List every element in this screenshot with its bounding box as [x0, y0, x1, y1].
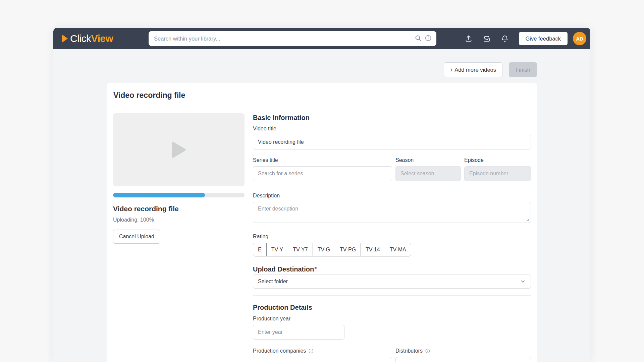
video-title-input[interactable]: [253, 135, 531, 149]
upload-progress-bar: [113, 193, 245, 197]
description-textarea[interactable]: [253, 202, 531, 223]
search-input[interactable]: [154, 36, 415, 42]
library-search: [149, 31, 436, 46]
companies-distributors-row: Production companies Distributors: [253, 348, 531, 362]
distributors-field-group: Distributors: [395, 348, 531, 362]
upload-preview-panel: Video recording file Uploading: 100% Can…: [113, 113, 245, 362]
rating-option-tv-y7[interactable]: TV-Y7: [288, 243, 313, 256]
logo-click: Click: [70, 33, 91, 44]
series-title-label: Series title: [253, 157, 392, 164]
production-companies-info-icon[interactable]: [308, 348, 314, 354]
basic-information-heading: Basic Information: [253, 113, 531, 122]
production-companies-label: Production companies: [253, 348, 392, 354]
clickview-logo[interactable]: ClickView: [62, 28, 113, 49]
upload-card: Video recording file Video recording fil…: [107, 83, 537, 362]
upload-destination-heading: Upload Destination*: [253, 265, 531, 274]
rating-option-e[interactable]: E: [253, 243, 267, 256]
description-field-group: Description: [253, 192, 531, 223]
uploading-file-title: Video recording file: [113, 204, 245, 213]
production-year-input[interactable]: [253, 325, 344, 340]
episode-field-group: Episode: [464, 157, 531, 181]
rating-option-tv-y[interactable]: TV-Y: [267, 243, 288, 256]
production-year-label: Production year: [253, 315, 531, 322]
production-year-field-group: Production year: [253, 315, 531, 340]
cancel-upload-button[interactable]: Cancel Upload: [113, 230, 160, 244]
upload-icon[interactable]: [465, 35, 473, 43]
search-icon[interactable]: [415, 35, 422, 43]
video-thumbnail: [113, 113, 245, 186]
distributors-label-text: Distributors: [395, 348, 423, 354]
search-icons: [415, 35, 432, 43]
upload-status-text: Uploading: 100%: [113, 217, 245, 223]
season-label: Season: [395, 157, 461, 164]
rating-option-tv-14[interactable]: TV-14: [361, 243, 385, 256]
season-field-group: Season: [395, 157, 461, 181]
search-info-icon[interactable]: [425, 35, 432, 43]
production-details-heading: Production Details: [253, 303, 531, 312]
season-input: [395, 166, 461, 181]
top-navbar: ClickView Give feedback: [53, 28, 590, 49]
episode-input: [464, 166, 531, 181]
give-feedback-button[interactable]: Give feedback: [519, 32, 568, 45]
logo-text: ClickView: [70, 33, 113, 44]
navbar-right-group: Give feedback AD: [465, 28, 586, 49]
upload-progress-fill: [113, 193, 205, 197]
play-icon: [172, 142, 186, 158]
section-divider: [253, 295, 531, 296]
production-companies-label-text: Production companies: [253, 348, 306, 354]
video-title-label: Video title: [253, 125, 531, 132]
rating-option-tv-ma[interactable]: TV-MA: [385, 243, 411, 256]
app-shell: ClickView Give feedback: [53, 28, 590, 362]
distributors-info-icon[interactable]: [425, 348, 430, 354]
page-title: Video recording file: [113, 90, 531, 100]
rating-option-tv-pg[interactable]: TV-PG: [335, 243, 361, 256]
rating-field-group: Rating E TV-Y TV-Y7 TV-G TV-PG TV-14 TV-…: [253, 233, 531, 256]
series-season-episode-row: Series title Season Episode: [253, 157, 531, 181]
production-companies-field-group: Production companies: [253, 348, 392, 362]
video-title-field-group: Video title: [253, 125, 531, 149]
user-avatar[interactable]: AD: [573, 32, 586, 45]
upload-destination-select[interactable]: Select folder: [253, 275, 531, 289]
series-title-input[interactable]: [253, 166, 392, 181]
production-companies-input[interactable]: [253, 357, 392, 362]
series-title-field-group: Series title: [253, 157, 392, 181]
add-more-videos-button[interactable]: + Add more videos: [444, 62, 502, 77]
card-header: Video recording file: [113, 83, 531, 106]
metadata-form: Basic Information Video title Series tit…: [253, 113, 531, 362]
inbox-icon[interactable]: [483, 35, 491, 43]
card-body: Video recording file Uploading: 100% Can…: [113, 106, 531, 362]
distributors-input[interactable]: [395, 357, 531, 362]
episode-label: Episode: [464, 157, 531, 164]
distributors-label: Distributors: [395, 348, 531, 354]
rating-label: Rating: [253, 233, 531, 240]
required-asterisk: *: [314, 265, 317, 274]
page-actions: + Add more videos Finish: [107, 62, 537, 77]
rating-button-group: E TV-Y TV-Y7 TV-G TV-PG TV-14 TV-MA: [253, 243, 411, 256]
description-label: Description: [253, 192, 531, 199]
logo-play-icon: [62, 35, 68, 43]
chevron-down-icon: [520, 279, 526, 285]
bell-icon[interactable]: [501, 35, 509, 43]
upload-destination-value: Select folder: [258, 279, 288, 285]
rating-option-tv-g[interactable]: TV-G: [313, 243, 335, 256]
logo-view: View: [91, 33, 113, 44]
upload-destination-title: Upload Destination: [253, 265, 314, 274]
finish-button[interactable]: Finish: [509, 62, 537, 77]
